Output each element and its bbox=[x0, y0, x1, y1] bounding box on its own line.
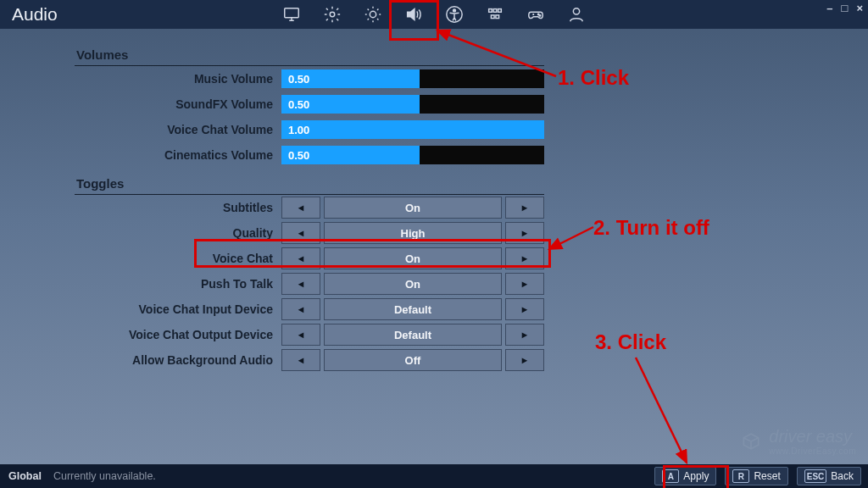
svg-rect-8 bbox=[491, 15, 494, 19]
top-bar: Audio – □ × bbox=[0, 0, 868, 29]
apply-button[interactable]: A Apply bbox=[654, 467, 716, 485]
row-label: Subtitles bbox=[75, 201, 281, 214]
toggle-value[interactable]: Default bbox=[324, 324, 502, 346]
section-header-volumes: Volumes bbox=[75, 47, 544, 66]
slider-fill: 0.50 bbox=[281, 95, 420, 114]
svg-point-11 bbox=[539, 15, 540, 16]
key-hint: ESC bbox=[804, 469, 827, 483]
settings-tab-strip bbox=[0, 0, 868, 29]
toggle-row-input-device: Voice Chat Input Device ◄ Default ► bbox=[75, 297, 544, 322]
toggle-value[interactable]: Off bbox=[324, 349, 502, 371]
svg-rect-6 bbox=[493, 9, 497, 13]
account-icon[interactable] bbox=[567, 5, 586, 24]
next-arrow[interactable]: ► bbox=[505, 349, 544, 371]
slider-fill: 0.50 bbox=[281, 146, 420, 164]
row-label: Cinematics Volume bbox=[75, 148, 281, 162]
accessibility-icon[interactable] bbox=[445, 5, 464, 24]
button-label: Back bbox=[831, 470, 854, 482]
svg-rect-5 bbox=[489, 9, 492, 13]
next-arrow[interactable]: ► bbox=[505, 222, 544, 244]
next-arrow[interactable]: ► bbox=[505, 197, 544, 219]
next-arrow[interactable]: ► bbox=[505, 273, 544, 295]
svg-rect-0 bbox=[285, 8, 299, 18]
toggle-value[interactable]: Default bbox=[324, 298, 502, 320]
music-volume-slider[interactable]: 0.50 bbox=[281, 69, 544, 88]
toggle-value[interactable]: On bbox=[324, 273, 502, 295]
prev-arrow[interactable]: ◄ bbox=[281, 349, 320, 371]
footer-global-label: Global bbox=[8, 470, 42, 482]
row-label: SoundFX Volume bbox=[75, 97, 281, 111]
row-label: Allow Background Audio bbox=[75, 353, 281, 367]
footer-global-status: Currently unavailable. bbox=[53, 470, 156, 482]
volume-row-voicechat: Voice Chat Volume 1.00 bbox=[75, 117, 544, 142]
prev-arrow[interactable]: ◄ bbox=[281, 298, 320, 320]
annotation-arrow-3 bbox=[627, 354, 712, 468]
voicechat-volume-slider[interactable]: 1.00 bbox=[281, 120, 544, 139]
audio-tab-icon[interactable] bbox=[404, 5, 423, 24]
key-hint: R bbox=[732, 469, 749, 483]
input-icon[interactable] bbox=[486, 5, 504, 24]
row-label: Voice Chat bbox=[75, 252, 281, 265]
key-hint: A bbox=[662, 469, 679, 483]
toggle-row-output-device: Voice Chat Output Device ◄ Default ► bbox=[75, 322, 544, 347]
toggle-row-quality: Quality ◄ High ► bbox=[75, 220, 544, 246]
prev-arrow[interactable]: ◄ bbox=[281, 247, 320, 269]
prev-arrow[interactable]: ◄ bbox=[281, 197, 320, 219]
toggle-row-push-to-talk: Push To Talk ◄ On ► bbox=[75, 271, 544, 297]
toggle-row-voice-chat: Voice Chat ◄ On ► bbox=[75, 246, 544, 271]
section-header-toggles: Toggles bbox=[75, 176, 544, 195]
next-arrow[interactable]: ► bbox=[505, 298, 544, 320]
row-label: Voice Chat Output Device bbox=[75, 328, 281, 341]
brightness-icon[interactable] bbox=[364, 5, 382, 24]
annotation-text-2: 2. Turn it off bbox=[593, 216, 709, 240]
watermark-brand: driver easy bbox=[769, 427, 856, 446]
row-label: Quality bbox=[75, 226, 281, 240]
gear-icon[interactable] bbox=[323, 5, 342, 24]
svg-point-1 bbox=[330, 12, 335, 17]
window-close[interactable]: × bbox=[856, 2, 863, 14]
toggle-row-subtitles: Subtitles ◄ On ► bbox=[75, 195, 544, 220]
toggle-value[interactable]: On bbox=[324, 247, 502, 269]
display-tab-icon[interactable] bbox=[282, 5, 301, 24]
volume-row-soundfx: SoundFX Volume 0.50 bbox=[75, 92, 544, 117]
cinematics-volume-slider[interactable]: 0.50 bbox=[281, 146, 544, 164]
prev-arrow[interactable]: ◄ bbox=[281, 273, 320, 295]
annotation-arrow-2 bbox=[542, 220, 602, 254]
window-maximize[interactable]: □ bbox=[842, 2, 849, 14]
controller-icon[interactable] bbox=[526, 5, 545, 24]
prev-arrow[interactable]: ◄ bbox=[281, 222, 320, 244]
slider-fill: 1.00 bbox=[281, 120, 544, 139]
volume-row-music: Music Volume 0.50 bbox=[75, 66, 544, 92]
watermark: driver easy www.DriverEasy.com bbox=[740, 427, 856, 456]
svg-line-14 bbox=[549, 227, 593, 249]
row-label: Voice Chat Volume bbox=[75, 123, 281, 136]
button-label: Reset bbox=[754, 470, 780, 482]
next-arrow[interactable]: ► bbox=[505, 324, 544, 346]
back-button[interactable]: ESC Back bbox=[797, 467, 861, 485]
row-label: Music Volume bbox=[75, 72, 281, 86]
footer-bar: Global Currently unavailable. A Apply R … bbox=[0, 464, 868, 488]
svg-point-2 bbox=[370, 11, 376, 17]
row-label: Voice Chat Input Device bbox=[75, 302, 281, 316]
reset-button[interactable]: R Reset bbox=[725, 467, 787, 485]
annotation-text-1: 1. Click bbox=[558, 66, 629, 90]
svg-rect-9 bbox=[496, 15, 499, 19]
svg-point-4 bbox=[453, 9, 456, 12]
toggle-row-background-audio: Allow Background Audio ◄ Off ► bbox=[75, 347, 544, 373]
toggle-value[interactable]: High bbox=[324, 222, 502, 244]
slider-fill: 0.50 bbox=[281, 69, 420, 88]
watermark-url: www.DriverEasy.com bbox=[769, 446, 856, 456]
toggle-value[interactable]: On bbox=[324, 197, 502, 219]
prev-arrow[interactable]: ◄ bbox=[281, 324, 320, 346]
soundfx-volume-slider[interactable]: 0.50 bbox=[281, 95, 544, 114]
svg-rect-7 bbox=[498, 9, 502, 13]
settings-panel: Volumes Music Volume 0.50 SoundFX Volume… bbox=[75, 42, 544, 373]
window-minimize[interactable]: – bbox=[826, 2, 832, 14]
volume-row-cinematics: Cinematics Volume 0.50 bbox=[75, 142, 544, 168]
window-controls: – □ × bbox=[826, 2, 863, 14]
svg-point-10 bbox=[537, 14, 538, 14]
svg-line-15 bbox=[636, 358, 687, 463]
svg-point-12 bbox=[573, 8, 579, 14]
next-arrow[interactable]: ► bbox=[505, 247, 544, 269]
annotation-text-3: 3. Click bbox=[595, 330, 666, 354]
